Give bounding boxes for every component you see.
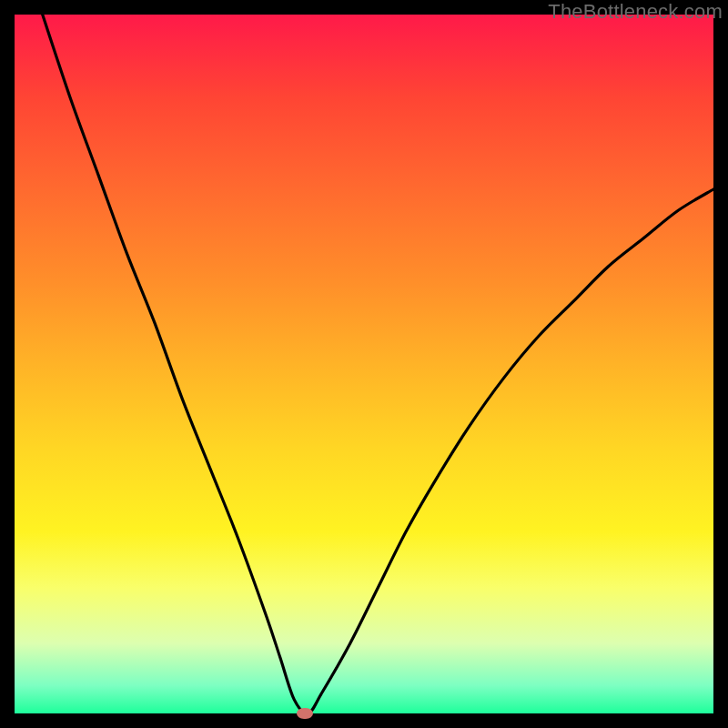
watermark-text: TheBottleneck.com — [548, 0, 723, 24]
min-marker — [297, 708, 313, 719]
curve-svg — [15, 15, 713, 713]
plot-area — [15, 15, 713, 713]
chart-frame: TheBottleneck.com — [0, 0, 728, 728]
curve-path — [43, 15, 713, 713]
